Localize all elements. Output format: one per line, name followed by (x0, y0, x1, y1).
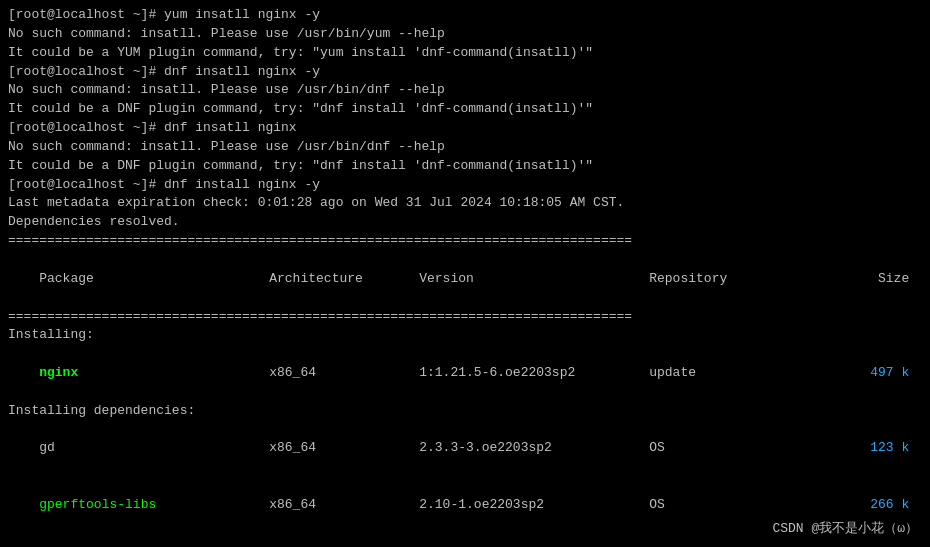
line-3: It could be a YUM plugin command, try: "… (8, 44, 922, 63)
separator-1: ========================================… (8, 232, 922, 251)
terminal: [root@localhost ~]# yum insatll nginx -y… (0, 0, 930, 547)
section-deps: Installing dependencies: (8, 402, 922, 421)
pkg-nginx: nginxx86_641:1.21.5-6.oe2203sp2update497… (8, 345, 922, 402)
table-header: PackageArchitectureVersionRepositorySize (8, 251, 922, 308)
line-2: No such command: insatll. Please use /us… (8, 25, 922, 44)
line-5: No such command: insatll. Please use /us… (8, 81, 922, 100)
line-7: [root@localhost ~]# dnf insatll nginx (8, 119, 922, 138)
line-4: [root@localhost ~]# dnf insatll nginx -y (8, 63, 922, 82)
line-12: Dependencies resolved. (8, 213, 922, 232)
pkg-gd: gdx86_642.3.3-3.oe2203sp2OS123 k (8, 421, 922, 478)
separator-2: ========================================… (8, 308, 922, 327)
line-6: It could be a DNF plugin command, try: "… (8, 100, 922, 119)
line-9: It could be a DNF plugin command, try: "… (8, 157, 922, 176)
watermark: CSDN @我不是小花（ω） (772, 519, 918, 537)
line-8: No such command: insatll. Please use /us… (8, 138, 922, 157)
section-installing: Installing: (8, 326, 922, 345)
line-10: [root@localhost ~]# dnf install nginx -y (8, 176, 922, 195)
line-1: [root@localhost ~]# yum insatll nginx -y (8, 6, 922, 25)
line-11: Last metadata expiration check: 0:01:28 … (8, 194, 922, 213)
